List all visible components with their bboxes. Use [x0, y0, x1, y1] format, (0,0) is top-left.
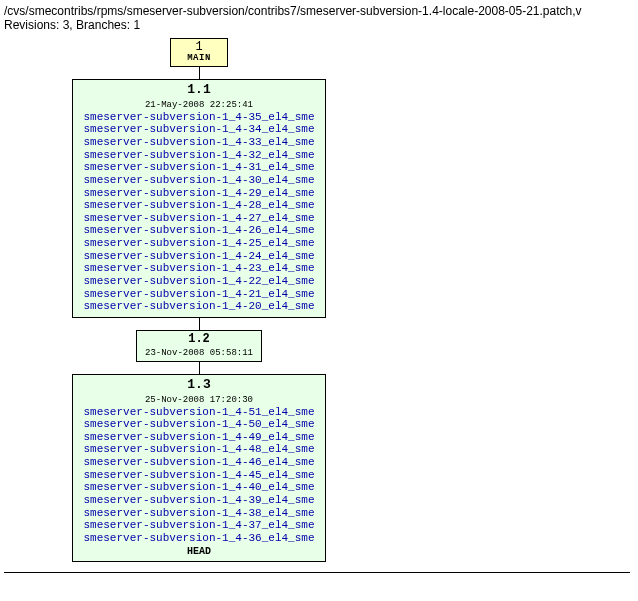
- tag: smeserver-subversion-1_4-51_el4_sme: [83, 406, 314, 419]
- tag: smeserver-subversion-1_4-45_el4_sme: [83, 469, 314, 482]
- connector-line: [199, 318, 200, 330]
- head-marker: HEAD: [187, 546, 211, 557]
- tag: smeserver-subversion-1_4-27_el4_sme: [83, 212, 314, 225]
- tag: smeserver-subversion-1_4-23_el4_sme: [83, 262, 314, 275]
- revision-date: 23-Nov-2008 05:58:11: [145, 348, 253, 358]
- tag: smeserver-subversion-1_4-31_el4_sme: [83, 161, 314, 174]
- revision-summary: Revisions: 3, Branches: 1: [4, 18, 634, 32]
- tag: smeserver-subversion-1_4-35_el4_sme: [83, 111, 314, 124]
- revision-number: 1.3: [187, 377, 210, 392]
- tag: smeserver-subversion-1_4-39_el4_sme: [83, 494, 314, 507]
- tag: smeserver-subversion-1_4-37_el4_sme: [83, 519, 314, 532]
- tag: smeserver-subversion-1_4-46_el4_sme: [83, 456, 314, 469]
- tag: smeserver-subversion-1_4-49_el4_sme: [83, 431, 314, 444]
- tag-list: smeserver-subversion-1_4-51_el4_smesmese…: [83, 406, 314, 545]
- revision-date: 21-May-2008 22:25:41: [145, 100, 253, 110]
- revision-number: 1.2: [188, 332, 210, 346]
- tag: smeserver-subversion-1_4-28_el4_sme: [83, 199, 314, 212]
- file-path: /cvs/smecontribs/rpms/smeserver-subversi…: [4, 4, 634, 18]
- revision-graph: 1 MAIN 1.1 21-May-2008 22:25:41 smeserve…: [34, 38, 634, 562]
- tag: smeserver-subversion-1_4-30_el4_sme: [83, 174, 314, 187]
- tag: smeserver-subversion-1_4-25_el4_sme: [83, 237, 314, 250]
- connector-line: [199, 362, 200, 374]
- tag: smeserver-subversion-1_4-29_el4_sme: [83, 187, 314, 200]
- tag: smeserver-subversion-1_4-48_el4_sme: [83, 443, 314, 456]
- revision-box[interactable]: 1.3 25-Nov-2008 17:20:30 smeserver-subve…: [72, 374, 325, 562]
- branch-box-main[interactable]: 1 MAIN: [170, 38, 228, 67]
- tag: smeserver-subversion-1_4-40_el4_sme: [83, 481, 314, 494]
- revision-box[interactable]: 1.1 21-May-2008 22:25:41 smeserver-subve…: [72, 79, 325, 318]
- footer-divider: [4, 572, 630, 573]
- tag: smeserver-subversion-1_4-21_el4_sme: [83, 288, 314, 301]
- tag: smeserver-subversion-1_4-38_el4_sme: [83, 507, 314, 520]
- tag-list: smeserver-subversion-1_4-35_el4_smesmese…: [83, 111, 314, 313]
- tag: smeserver-subversion-1_4-50_el4_sme: [83, 418, 314, 431]
- revision-number: 1.1: [187, 82, 210, 97]
- tag: smeserver-subversion-1_4-34_el4_sme: [83, 123, 314, 136]
- connector-line: [199, 67, 200, 79]
- revision-box[interactable]: 1.2 23-Nov-2008 05:58:11: [136, 330, 262, 362]
- tag: smeserver-subversion-1_4-36_el4_sme: [83, 532, 314, 545]
- tag: smeserver-subversion-1_4-32_el4_sme: [83, 149, 314, 162]
- tag: smeserver-subversion-1_4-20_el4_sme: [83, 300, 314, 313]
- branch-name: MAIN: [187, 54, 211, 64]
- tag: smeserver-subversion-1_4-33_el4_sme: [83, 136, 314, 149]
- tag: smeserver-subversion-1_4-26_el4_sme: [83, 224, 314, 237]
- trunk-column: 1 MAIN 1.1 21-May-2008 22:25:41 smeserve…: [34, 38, 364, 562]
- revision-date: 25-Nov-2008 17:20:30: [145, 395, 253, 405]
- tag: smeserver-subversion-1_4-22_el4_sme: [83, 275, 314, 288]
- tag: smeserver-subversion-1_4-24_el4_sme: [83, 250, 314, 263]
